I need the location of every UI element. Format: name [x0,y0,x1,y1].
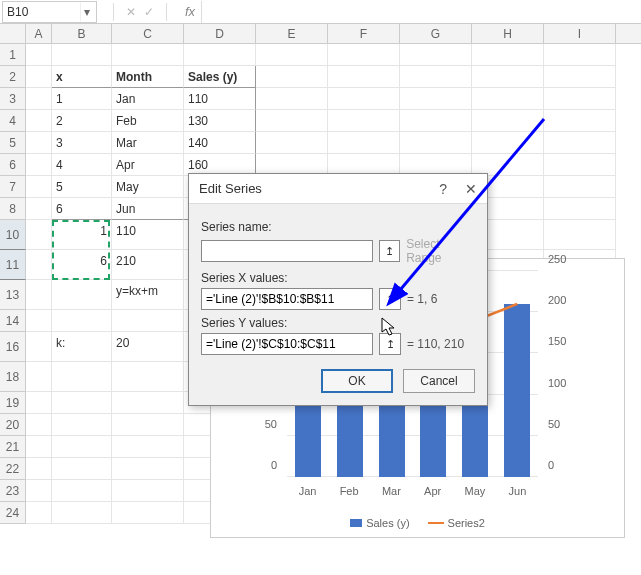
x-axis-labels: JanFebMarAprMayJun [287,485,538,497]
select-all-corner[interactable] [0,24,26,43]
formula-buttons: ✕ ✓ fx [109,3,195,21]
col-header[interactable]: C [112,24,184,43]
column-headers: A B C D E F G H I [0,24,641,44]
series-x-input[interactable] [201,288,373,310]
series-x-preview: = 1, 6 [407,292,437,306]
row-header[interactable]: 13 [0,280,26,310]
cell[interactable]: Apr [112,154,184,176]
row-header[interactable]: 21 [0,436,26,458]
cell[interactable]: 140 [184,132,256,154]
cell[interactable]: 130 [184,110,256,132]
row-header[interactable]: 24 [0,502,26,524]
col-header[interactable]: I [544,24,616,43]
row-header[interactable]: 10 [0,220,26,250]
cell[interactable]: y=kx+m [112,280,184,310]
cancel-button[interactable]: Cancel [403,369,475,393]
row-header[interactable]: 2 [0,66,26,88]
series-name-input[interactable] [201,240,373,262]
cell[interactable]: 1 [52,88,112,110]
col-header[interactable]: G [400,24,472,43]
legend-line-icon [428,522,444,524]
formula-bar: B10 ▾ ✕ ✓ fx [0,0,641,24]
col-header[interactable]: B [52,24,112,43]
name-box-value: B10 [7,5,28,19]
series-x-label: Series X values: [201,271,475,285]
cell[interactable]: 1 [52,220,112,250]
chart-legend[interactable]: Sales (y) Series2 [211,517,624,529]
row-header[interactable]: 6 [0,154,26,176]
row-header[interactable]: 23 [0,480,26,502]
row-header[interactable]: 22 [0,458,26,480]
cell[interactable]: x [52,66,112,88]
chevron-down-icon[interactable]: ▾ [80,3,92,21]
series-y-preview: = 110, 210 [407,337,464,351]
range-select-icon[interactable]: ↥ [379,288,401,310]
row-header[interactable]: 1 [0,44,26,66]
close-icon[interactable]: ✕ [465,181,477,197]
dialog-title: Edit Series [199,181,262,196]
cell[interactable]: k: [52,332,112,362]
formula-input[interactable] [201,1,641,23]
row-header[interactable]: 19 [0,392,26,414]
cell[interactable]: 20 [112,332,184,362]
range-select-icon[interactable]: ↥ [379,333,401,355]
range-select-icon[interactable]: ↥ [379,240,400,262]
row-header[interactable]: 7 [0,176,26,198]
series-name-label: Series name: [201,220,475,234]
col-header[interactable]: H [472,24,544,43]
cell[interactable]: Jan [112,88,184,110]
edit-series-dialog: Edit Series ? ✕ Series name: ↥ Select Ra… [188,173,488,406]
cell[interactable]: 6 [52,198,112,220]
col-header[interactable]: D [184,24,256,43]
help-icon[interactable]: ? [439,181,447,197]
fx-icon[interactable]: fx [185,4,195,19]
col-header[interactable]: A [26,24,52,43]
cell[interactable]: 3 [52,132,112,154]
cell[interactable]: 210 [112,250,184,280]
row-header[interactable]: 11 [0,250,26,280]
series-y-label: Series Y values: [201,316,475,330]
cell[interactable]: 6 [52,250,112,280]
name-box[interactable]: B10 ▾ [2,1,97,23]
cell[interactable]: 2 [52,110,112,132]
ok-button[interactable]: OK [321,369,393,393]
col-header[interactable]: F [328,24,400,43]
cell[interactable]: Month [112,66,184,88]
row-header[interactable]: 5 [0,132,26,154]
row-header[interactable]: 18 [0,362,26,392]
cell[interactable]: 110 [184,88,256,110]
row-header[interactable]: 20 [0,414,26,436]
series-y-input[interactable] [201,333,373,355]
row-header[interactable]: 4 [0,110,26,132]
cancel-icon[interactable]: ✕ [126,5,136,19]
cell[interactable]: Sales (y) [184,66,256,88]
row-header[interactable]: 8 [0,198,26,220]
row-header[interactable]: 14 [0,310,26,332]
col-header[interactable]: E [256,24,328,43]
cell[interactable]: May [112,176,184,198]
cell[interactable]: 110 [112,220,184,250]
cell[interactable]: 4 [52,154,112,176]
row-header[interactable]: 3 [0,88,26,110]
y2-axis: 0 50 100 150 200 250 [544,271,574,477]
series-name-preview: Select Range [406,237,475,265]
cell[interactable]: 5 [52,176,112,198]
cell[interactable]: Mar [112,132,184,154]
cell[interactable]: Jun [112,198,184,220]
legend-bar-icon [350,519,362,527]
confirm-icon[interactable]: ✓ [144,5,154,19]
row-header[interactable]: 16 [0,332,26,362]
cell[interactable]: Feb [112,110,184,132]
